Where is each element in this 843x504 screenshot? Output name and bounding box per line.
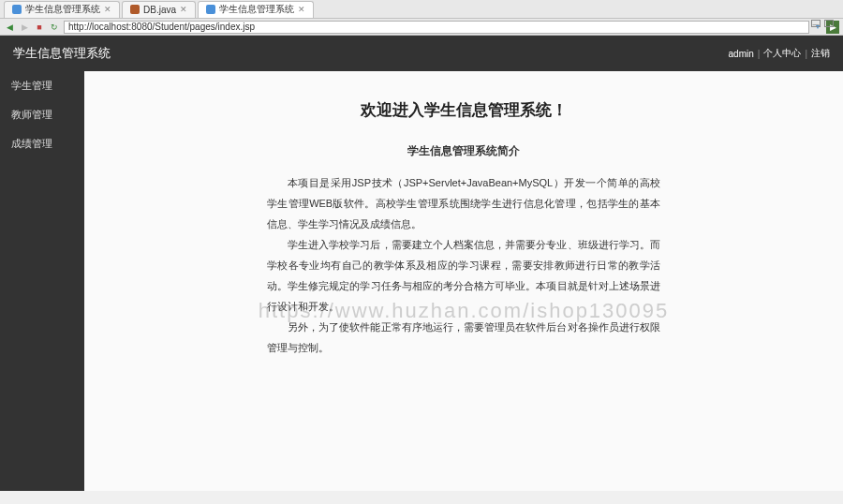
refresh-button[interactable]: ↻ <box>49 22 60 33</box>
tab-label: DB.java <box>143 5 176 15</box>
page-icon <box>206 5 215 14</box>
close-icon[interactable]: ✕ <box>298 5 305 14</box>
tab-label: 学生信息管理系统 <box>25 3 100 16</box>
sidebar-item-label: 教师管理 <box>11 109 52 120</box>
close-icon[interactable]: ✕ <box>180 5 187 14</box>
sidebar-item-grades[interactable]: 成绩管理 <box>0 129 84 158</box>
app-brand: 学生信息管理系统 <box>13 45 111 62</box>
intro-paragraph-3: 另外，为了使软件能正常有序地运行，需要管理员在软件后台对各操作员进行权限管理与控… <box>267 317 660 358</box>
forward-button[interactable]: ▶ <box>19 22 30 33</box>
app-header: 学生信息管理系统 admin | 个人中心 | 注销 <box>0 36 843 71</box>
maximize-button[interactable]: □ <box>824 20 834 27</box>
sidebar-item-teachers[interactable]: 教师管理 <box>0 100 84 129</box>
page-subtitle: 学生信息管理系统简介 <box>197 143 731 159</box>
separator: | <box>758 49 761 59</box>
sidebar-item-students[interactable]: 学生管理 <box>0 71 84 100</box>
app-body: 学生管理 教师管理 成绩管理 欢迎进入学生信息管理系统！ 学生信息管理系统简介 … <box>0 71 843 491</box>
sidebar-item-label: 学生管理 <box>11 80 52 91</box>
page-icon <box>12 5 22 14</box>
intro-paragraph-1: 本项目是采用JSP技术（JSP+Servlet+JavaBean+MySQL）开… <box>267 172 660 234</box>
browser-tab-0[interactable]: 学生信息管理系统 ✕ <box>4 1 120 18</box>
stop-button[interactable]: ■ <box>34 22 45 33</box>
browser-tabstrip: 学生信息管理系统 ✕ DB.java ✕ 学生信息管理系统 ✕ <box>0 0 843 19</box>
browser-tab-2[interactable]: 学生信息管理系统 ✕ <box>198 1 314 18</box>
back-button[interactable]: ◀ <box>4 22 15 33</box>
page-content: 学生信息管理系统 admin | 个人中心 | 注销 学生管理 教师管理 成绩管… <box>0 36 843 491</box>
sidebar: 学生管理 教师管理 成绩管理 <box>0 71 84 491</box>
profile-link[interactable]: 个人中心 <box>763 47 801 60</box>
address-bar: ◀ ▶ ■ ↻ ▾ ▶ <box>0 19 843 36</box>
intro-paragraph-2: 学生进入学校学习后，需要建立个人档案信息，并需要分专业、班级进行学习。而学校各专… <box>267 234 660 317</box>
main-panel: 欢迎进入学生信息管理系统！ 学生信息管理系统简介 本项目是采用JSP技术（JSP… <box>84 71 843 491</box>
browser-tab-1[interactable]: DB.java ✕ <box>122 1 196 18</box>
sidebar-item-label: 成绩管理 <box>11 138 52 149</box>
logout-link[interactable]: 注销 <box>811 47 830 60</box>
separator: | <box>805 49 807 59</box>
minimize-button[interactable]: — <box>811 20 821 27</box>
close-icon[interactable]: ✕ <box>104 5 111 14</box>
tab-label: 学生信息管理系统 <box>219 3 294 16</box>
page-title: 欢迎进入学生信息管理系统！ <box>197 99 731 121</box>
user-area: admin | 个人中心 | 注销 <box>729 47 830 60</box>
window-controls: — □ <box>811 20 834 27</box>
username: admin <box>729 49 754 59</box>
url-input[interactable] <box>64 21 809 34</box>
java-icon <box>130 5 140 14</box>
